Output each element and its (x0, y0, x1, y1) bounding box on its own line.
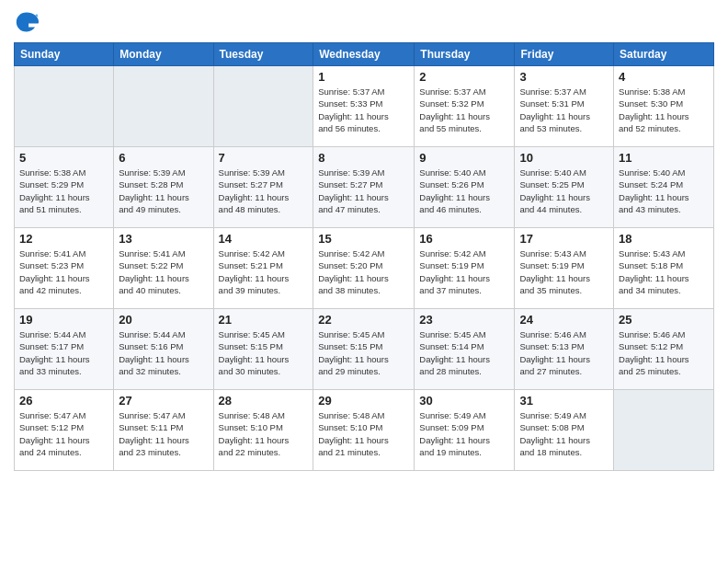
header-cell-saturday: Saturday (614, 43, 714, 66)
calendar-cell: 26Sunrise: 5:47 AM Sunset: 5:12 PM Dayli… (15, 390, 114, 471)
calendar-cell: 30Sunrise: 5:49 AM Sunset: 5:09 PM Dayli… (415, 390, 515, 471)
calendar-cell: 16Sunrise: 5:42 AM Sunset: 5:19 PM Dayli… (415, 228, 515, 309)
calendar-cell: 28Sunrise: 5:48 AM Sunset: 5:10 PM Dayli… (213, 390, 313, 471)
day-info: Sunrise: 5:43 AM Sunset: 5:19 PM Dayligh… (519, 247, 609, 296)
calendar-cell: 12Sunrise: 5:41 AM Sunset: 5:23 PM Dayli… (15, 228, 114, 309)
week-row-3: 19Sunrise: 5:44 AM Sunset: 5:17 PM Dayli… (15, 309, 714, 390)
calendar-cell (213, 66, 313, 147)
header (14, 9, 714, 35)
day-number: 13 (119, 232, 208, 246)
calendar-cell: 4Sunrise: 5:38 AM Sunset: 5:30 PM Daylig… (614, 66, 714, 147)
day-info: Sunrise: 5:47 AM Sunset: 5:11 PM Dayligh… (119, 409, 208, 458)
day-info: Sunrise: 5:49 AM Sunset: 5:08 PM Dayligh… (519, 409, 609, 458)
header-cell-thursday: Thursday (415, 43, 515, 66)
calendar-cell: 19Sunrise: 5:44 AM Sunset: 5:17 PM Dayli… (15, 309, 114, 390)
day-number: 26 (19, 394, 108, 408)
day-number: 14 (219, 232, 309, 246)
calendar-cell: 27Sunrise: 5:47 AM Sunset: 5:11 PM Dayli… (114, 390, 213, 471)
page: SundayMondayTuesdayWednesdayThursdayFrid… (0, 0, 728, 563)
day-info: Sunrise: 5:48 AM Sunset: 5:10 PM Dayligh… (219, 409, 309, 458)
day-info: Sunrise: 5:37 AM Sunset: 5:33 PM Dayligh… (318, 86, 409, 134)
day-info: Sunrise: 5:38 AM Sunset: 5:29 PM Dayligh… (19, 167, 108, 215)
calendar-cell: 9Sunrise: 5:40 AM Sunset: 5:26 PM Daylig… (415, 147, 515, 228)
day-number: 11 (619, 151, 709, 165)
day-number: 28 (219, 394, 309, 408)
week-row-2: 12Sunrise: 5:41 AM Sunset: 5:23 PM Dayli… (15, 228, 714, 309)
logo-icon (14, 9, 40, 35)
calendar-cell: 31Sunrise: 5:49 AM Sunset: 5:08 PM Dayli… (515, 390, 614, 471)
week-row-4: 26Sunrise: 5:47 AM Sunset: 5:12 PM Dayli… (15, 390, 714, 471)
calendar-cell: 13Sunrise: 5:41 AM Sunset: 5:22 PM Dayli… (114, 228, 213, 309)
header-cell-monday: Monday (114, 43, 213, 66)
day-info: Sunrise: 5:40 AM Sunset: 5:25 PM Dayligh… (519, 167, 609, 215)
day-number: 31 (519, 394, 609, 408)
day-info: Sunrise: 5:47 AM Sunset: 5:12 PM Dayligh… (19, 409, 108, 458)
day-info: Sunrise: 5:42 AM Sunset: 5:21 PM Dayligh… (219, 247, 309, 296)
day-info: Sunrise: 5:39 AM Sunset: 5:28 PM Dayligh… (119, 167, 208, 215)
day-info: Sunrise: 5:42 AM Sunset: 5:19 PM Dayligh… (419, 247, 509, 296)
header-cell-wednesday: Wednesday (313, 43, 415, 66)
calendar-cell: 29Sunrise: 5:48 AM Sunset: 5:10 PM Dayli… (313, 390, 415, 471)
day-info: Sunrise: 5:41 AM Sunset: 5:22 PM Dayligh… (119, 247, 208, 296)
day-info: Sunrise: 5:40 AM Sunset: 5:24 PM Dayligh… (619, 167, 709, 215)
day-info: Sunrise: 5:44 AM Sunset: 5:17 PM Dayligh… (19, 328, 108, 377)
day-info: Sunrise: 5:45 AM Sunset: 5:15 PM Dayligh… (219, 328, 309, 377)
calendar-cell: 1Sunrise: 5:37 AM Sunset: 5:33 PM Daylig… (313, 66, 415, 147)
day-number: 6 (119, 151, 208, 165)
day-number: 4 (619, 70, 709, 84)
header-cell-friday: Friday (515, 43, 614, 66)
day-info: Sunrise: 5:39 AM Sunset: 5:27 PM Dayligh… (318, 167, 409, 215)
calendar: SundayMondayTuesdayWednesdayThursdayFrid… (14, 42, 714, 471)
calendar-cell (614, 390, 714, 471)
day-number: 25 (619, 313, 709, 327)
header-row: SundayMondayTuesdayWednesdayThursdayFrid… (15, 43, 714, 66)
day-info: Sunrise: 5:46 AM Sunset: 5:13 PM Dayligh… (519, 328, 609, 377)
day-number: 7 (219, 151, 309, 165)
day-info: Sunrise: 5:37 AM Sunset: 5:32 PM Dayligh… (419, 86, 509, 134)
header-cell-sunday: Sunday (15, 43, 114, 66)
calendar-cell (114, 66, 213, 147)
day-number: 1 (318, 70, 409, 84)
day-number: 15 (318, 232, 409, 246)
day-number: 29 (318, 394, 409, 408)
calendar-cell: 18Sunrise: 5:43 AM Sunset: 5:18 PM Dayli… (614, 228, 714, 309)
calendar-cell: 23Sunrise: 5:45 AM Sunset: 5:14 PM Dayli… (415, 309, 515, 390)
logo (14, 9, 43, 35)
calendar-cell: 20Sunrise: 5:44 AM Sunset: 5:16 PM Dayli… (114, 309, 213, 390)
day-info: Sunrise: 5:39 AM Sunset: 5:27 PM Dayligh… (219, 167, 309, 215)
day-number: 23 (419, 313, 509, 327)
calendar-cell: 25Sunrise: 5:46 AM Sunset: 5:12 PM Dayli… (614, 309, 714, 390)
day-number: 24 (519, 313, 609, 327)
calendar-cell: 21Sunrise: 5:45 AM Sunset: 5:15 PM Dayli… (213, 309, 313, 390)
day-number: 8 (318, 151, 409, 165)
day-number: 5 (19, 151, 108, 165)
day-number: 30 (419, 394, 509, 408)
day-number: 2 (419, 70, 509, 84)
calendar-cell: 24Sunrise: 5:46 AM Sunset: 5:13 PM Dayli… (515, 309, 614, 390)
day-number: 18 (619, 232, 709, 246)
day-info: Sunrise: 5:49 AM Sunset: 5:09 PM Dayligh… (419, 409, 509, 458)
calendar-cell: 15Sunrise: 5:42 AM Sunset: 5:20 PM Dayli… (313, 228, 415, 309)
day-number: 16 (419, 232, 509, 246)
day-number: 12 (19, 232, 108, 246)
calendar-cell: 17Sunrise: 5:43 AM Sunset: 5:19 PM Dayli… (515, 228, 614, 309)
calendar-cell: 11Sunrise: 5:40 AM Sunset: 5:24 PM Dayli… (614, 147, 714, 228)
calendar-cell: 6Sunrise: 5:39 AM Sunset: 5:28 PM Daylig… (114, 147, 213, 228)
day-number: 22 (318, 313, 409, 327)
day-info: Sunrise: 5:48 AM Sunset: 5:10 PM Dayligh… (318, 409, 409, 458)
calendar-cell: 22Sunrise: 5:45 AM Sunset: 5:15 PM Dayli… (313, 309, 415, 390)
calendar-cell: 10Sunrise: 5:40 AM Sunset: 5:25 PM Dayli… (515, 147, 614, 228)
day-number: 17 (519, 232, 609, 246)
day-number: 3 (519, 70, 609, 84)
day-info: Sunrise: 5:45 AM Sunset: 5:15 PM Dayligh… (318, 328, 409, 377)
header-cell-tuesday: Tuesday (213, 43, 313, 66)
calendar-cell: 5Sunrise: 5:38 AM Sunset: 5:29 PM Daylig… (15, 147, 114, 228)
calendar-cell: 14Sunrise: 5:42 AM Sunset: 5:21 PM Dayli… (213, 228, 313, 309)
day-info: Sunrise: 5:43 AM Sunset: 5:18 PM Dayligh… (619, 247, 709, 296)
day-info: Sunrise: 5:38 AM Sunset: 5:30 PM Dayligh… (619, 86, 709, 134)
day-number: 9 (419, 151, 509, 165)
day-number: 10 (519, 151, 609, 165)
day-info: Sunrise: 5:40 AM Sunset: 5:26 PM Dayligh… (419, 167, 509, 215)
day-info: Sunrise: 5:42 AM Sunset: 5:20 PM Dayligh… (318, 247, 409, 296)
day-info: Sunrise: 5:46 AM Sunset: 5:12 PM Dayligh… (619, 328, 709, 377)
